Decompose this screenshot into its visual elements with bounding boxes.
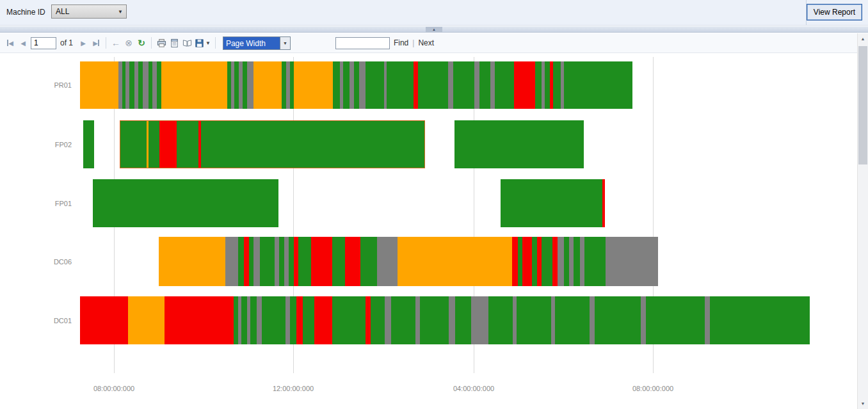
gantt-segment <box>377 237 398 286</box>
page-count-label: of 1 <box>60 38 73 47</box>
find-next-divider: | <box>412 38 414 47</box>
gantt-segment <box>279 237 284 286</box>
parameter-bar: Machine ID ALL ▼ View Report <box>0 0 868 26</box>
gantt-segment <box>120 120 147 168</box>
gantt-segment <box>241 296 247 344</box>
gantt-segment <box>80 61 118 109</box>
scroll-up-button[interactable]: ▲ <box>858 33 868 44</box>
machine-id-value: ALL <box>52 7 115 16</box>
axis-tick-label: 12:00:00:000 <box>273 385 314 392</box>
gantt-segment <box>159 120 177 168</box>
gantt-segment <box>275 237 279 286</box>
gantt-segment <box>710 296 810 344</box>
gantt-segment <box>518 237 522 286</box>
gantt-segment <box>564 61 632 109</box>
gantt-segment <box>535 61 542 109</box>
print-button[interactable] <box>155 36 168 50</box>
save-export-icon <box>195 38 204 48</box>
vertical-scrollbar[interactable]: ▲ ▼ <box>857 33 868 409</box>
gantt-segment <box>366 61 384 109</box>
collapse-parameters-handle[interactable]: ▲ <box>426 27 442 32</box>
export-button[interactable]: ▼ <box>193 36 212 50</box>
toolbar-separator <box>215 37 216 49</box>
gantt-segment <box>522 237 532 286</box>
gantt-segment <box>298 237 311 286</box>
gantt-segment <box>234 61 239 109</box>
gantt-segment <box>514 61 535 109</box>
zoom-dropdown-button[interactable]: ▼ <box>280 37 290 49</box>
gantt-segment <box>595 296 641 344</box>
printer-icon <box>157 38 166 48</box>
gantt-segment <box>80 296 128 344</box>
gantt-segment <box>517 296 551 344</box>
gantt-segment <box>641 296 646 344</box>
gantt-segment <box>359 61 366 109</box>
previous-page-button[interactable]: ◀ <box>17 36 29 50</box>
gantt-segment <box>238 237 244 286</box>
stop-icon: ⊗ <box>125 38 133 48</box>
gantt-segment <box>606 237 658 286</box>
gantt-segment <box>387 61 414 109</box>
print-layout-icon <box>170 38 179 48</box>
gantt-segment <box>345 237 360 286</box>
page-setup-button[interactable] <box>181 36 193 50</box>
machine-id-dropdown[interactable]: ALL ▼ <box>51 4 127 19</box>
gantt-segment <box>294 237 298 286</box>
back-to-parent-button[interactable]: ← <box>109 36 122 50</box>
export-dropdown-caret-icon: ▼ <box>205 40 211 46</box>
gantt-segment <box>371 296 385 344</box>
view-report-button[interactable]: View Report <box>807 4 862 20</box>
scrollbar-thumb[interactable] <box>858 46 867 164</box>
report-viewer-window: Machine ID ALL ▼ View Report ▲ ◀ ◀ of 1 … <box>0 0 868 409</box>
gantt-segment <box>602 179 605 227</box>
gantt-segment <box>555 296 590 344</box>
gantt-segment <box>471 296 488 344</box>
print-layout-button[interactable] <box>168 36 181 50</box>
gantt-segment <box>584 237 606 286</box>
gantt-segment <box>574 237 580 286</box>
gantt-segment <box>366 296 371 344</box>
first-page-icon: ◀ <box>8 40 13 47</box>
gantt-segment <box>354 61 359 109</box>
gantt-segment <box>285 296 290 344</box>
gantt-segment <box>149 120 159 168</box>
gantt-segment <box>157 61 161 109</box>
toolbar-separator <box>151 37 152 49</box>
axis-tick-label: 04:00:00:000 <box>453 385 494 392</box>
gantt-segment <box>177 120 198 168</box>
current-page-input[interactable] <box>31 37 56 49</box>
gantt-segment <box>646 296 705 344</box>
first-page-button[interactable]: ◀ <box>4 36 17 50</box>
gantt-segment <box>391 296 415 344</box>
gantt-segment <box>290 296 296 344</box>
chevron-down-icon: ▼ <box>115 9 126 15</box>
gantt-segment <box>249 237 253 286</box>
row-label-fp02: FP02 <box>0 120 76 168</box>
gantt-segment <box>303 296 314 344</box>
gantt-segment <box>152 61 157 109</box>
gantt-segment <box>332 237 345 286</box>
gantt-segment <box>161 61 227 109</box>
find-next-link[interactable]: Next <box>418 38 434 47</box>
gantt-segment <box>564 237 569 286</box>
page-setup-icon <box>182 38 192 48</box>
last-page-button[interactable]: ▶ <box>90 36 102 50</box>
gantt-segment <box>385 296 391 344</box>
scroll-down-button[interactable]: ▼ <box>858 398 868 409</box>
gantt-segment <box>580 237 584 286</box>
find-text-input[interactable] <box>335 37 390 49</box>
zoom-dropdown[interactable]: Page Width ▼ <box>223 36 291 50</box>
row-label-fp01: FP01 <box>0 179 76 227</box>
gantt-segment <box>333 61 340 109</box>
axis-tick-label: 08:00:00:000 <box>632 385 673 392</box>
gantt-segment <box>542 237 552 286</box>
gantt-segment <box>143 61 149 109</box>
gantt-segment <box>234 296 238 344</box>
stop-rendering-button[interactable]: ⊗ <box>122 36 135 50</box>
next-page-button[interactable]: ▶ <box>77 36 90 50</box>
gantt-segment <box>495 61 514 109</box>
refresh-button[interactable]: ↻ <box>135 36 148 50</box>
find-link[interactable]: Find <box>394 38 408 47</box>
refresh-icon: ↻ <box>138 38 145 48</box>
gantt-segment <box>501 179 602 227</box>
